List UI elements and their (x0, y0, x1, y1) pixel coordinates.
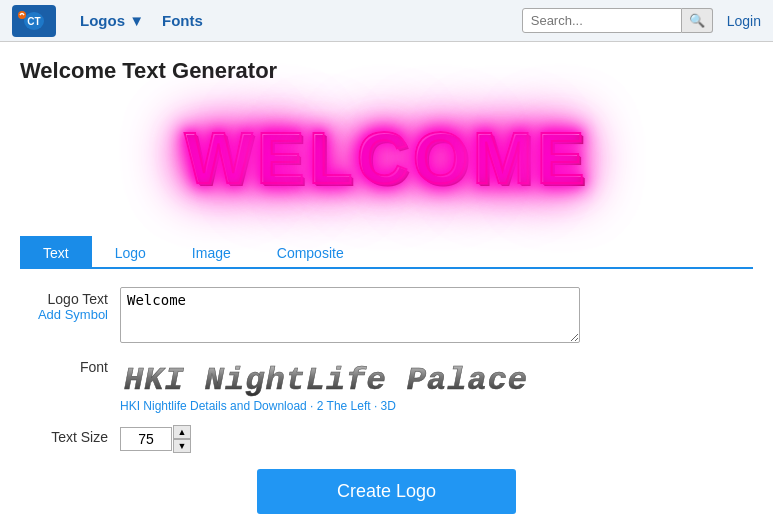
tab-logo[interactable]: Logo (92, 236, 169, 269)
logo-text-input[interactable] (120, 287, 580, 343)
nav-logos[interactable]: Logos ▼ (80, 12, 144, 29)
page-title: Welcome Text Generator (20, 58, 753, 84)
text-size-input[interactable] (120, 427, 172, 451)
spinner-buttons: ▲ ▼ (173, 425, 191, 453)
form-area: Logo Text Add Symbol Font (20, 283, 753, 514)
logo-text-label-group: Logo Text Add Symbol (20, 287, 120, 322)
text-size-row: Text Size ▲ ▼ (20, 425, 753, 453)
create-row: Create Logo (20, 469, 753, 514)
font-detail-link[interactable]: HKI Nightlife Details and Download · 2 T… (120, 399, 540, 413)
font-preview-svg: HKI NightLife Palace (120, 353, 540, 397)
search-button[interactable]: 🔍 (682, 8, 713, 33)
search-icon: 🔍 (689, 13, 705, 28)
main-content: Welcome Text Generator WELCOME Text Logo… (0, 42, 773, 514)
svg-point-3 (18, 11, 26, 19)
preview-letter-c: C (356, 117, 412, 199)
preview-letter-e2: E (536, 117, 588, 199)
text-size-control: ▲ ▼ (120, 425, 191, 453)
logo-text-row: Logo Text Add Symbol (20, 287, 753, 343)
font-preview: HKI NightLife Palace (120, 355, 540, 395)
search-area: 🔍 Login (522, 8, 761, 33)
nav-fonts[interactable]: Fonts (162, 12, 203, 29)
logo-area: CT (12, 5, 60, 37)
font-label: Font (20, 355, 120, 375)
header: CT Logos ▼ Fonts 🔍 Login (0, 0, 773, 42)
search-input[interactable] (522, 8, 682, 33)
tab-composite[interactable]: Composite (254, 236, 367, 269)
welcome-graphic: WELCOME (164, 107, 608, 209)
svg-text:CT: CT (27, 16, 40, 27)
tab-text[interactable]: Text (20, 236, 92, 269)
cooltext-logo-icon: CT (12, 5, 56, 37)
preview-letter-m: M (472, 117, 536, 199)
preview-letter-e1: E (256, 117, 308, 199)
font-row: Font HKI NightLife Palace (20, 355, 753, 413)
svg-text:HKI NightLife Palace: HKI NightLife Palace (124, 362, 528, 397)
logo-text-label: Logo Text (48, 287, 108, 307)
tabs: Text Logo Image Composite (20, 236, 753, 269)
spin-up-button[interactable]: ▲ (173, 425, 191, 439)
font-display: HKI NightLife Palace HKI Nightlife Detai… (120, 355, 540, 413)
add-symbol-link[interactable]: Add Symbol (38, 307, 108, 322)
preview-letter-w: W (184, 117, 256, 199)
login-link[interactable]: Login (727, 13, 761, 29)
preview-area: WELCOME (20, 98, 753, 218)
preview-letter-l: L (308, 117, 356, 199)
text-size-label: Text Size (20, 425, 120, 445)
tab-image[interactable]: Image (169, 236, 254, 269)
spin-down-button[interactable]: ▼ (173, 439, 191, 453)
create-logo-button[interactable]: Create Logo (257, 469, 516, 514)
preview-letter-o: O (412, 117, 472, 199)
